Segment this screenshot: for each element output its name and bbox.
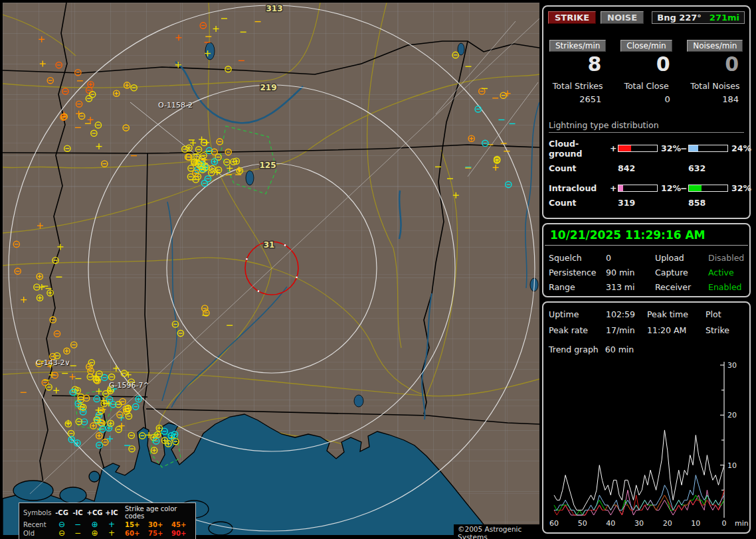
current-datetime: 10/21/2025 11:29:16 AM [545,224,748,246]
lightning-map[interactable]: 31321912531 O-1158-2C-143-2∨G-1596-7^ Sy… [3,3,539,535]
cg-positive-pct: 32% [658,143,680,153]
svg-text:20: 20 [663,519,672,528]
ic-positive-count: 319 [618,198,688,208]
strike-stats-panel: STRIKE NOISE Bng 227° 271mi Strikes/min … [542,5,751,219]
total-noises-label: Total Noises [681,81,749,91]
capture-label: Capture [655,268,708,277]
svg-text:0: 0 [722,519,727,528]
plus-sign: + [610,143,618,153]
legend-header-pos-ic: +IC [104,509,120,516]
age-30: 30+ [148,521,171,528]
cg-positive-count: 842 [618,163,688,173]
noise-mode-button[interactable]: NOISE [601,11,644,24]
age-90: 90+ [171,530,191,537]
cg-count-label: Count [549,163,618,173]
pos-cg-old-icon: ⊕ [86,530,104,537]
svg-text:min: min [735,519,749,528]
uptime-label: Uptime [549,309,606,319]
age-45: 45+ [171,521,191,528]
noises-per-min-header[interactable]: Noises/min [687,40,743,52]
peak-rate-label: Peak rate [549,325,606,335]
svg-text:20: 20 [727,411,737,420]
total-close-label: Total Close [612,81,680,91]
cg-negative-pct: 24% [728,143,751,153]
copyright-notice: ©2005 Astrogenic Systems [454,524,539,539]
trend-panel: Uptime 102:59 Peak time Plot Peak rate 1… [542,301,751,534]
upload-label: Upload [655,253,708,263]
range-label: Range [549,282,606,292]
svg-text:313: 313 [266,4,282,13]
legend-header-pos-cg: +CG [86,509,104,516]
total-strikes-label: Total Strikes [543,81,612,91]
minus-sign: − [680,143,688,153]
peak-time-label: Peak time [647,309,706,319]
age-60: 60+ [125,530,148,537]
svg-text:31: 31 [264,240,275,250]
cg-negative-bar [688,145,728,152]
trend-graph-window: 60 min [605,345,634,354]
pos-ic-old-icon: + [104,530,120,537]
age-75: 75+ [148,530,171,537]
bearing-distance: 271mi [709,13,739,23]
close-per-min-value: 0 [612,54,680,75]
map-legend: Symbols -CG -IC +CG +IC Strike age color… [19,502,196,539]
squelch-value: 0 [606,253,655,263]
svg-text:30: 30 [727,361,737,370]
cg-negative-count: 632 [688,163,744,173]
ic-negative-bar [688,185,728,192]
plot-mode-value: Strike [706,325,744,335]
pos-cg-recent-icon: ⊕ [86,521,104,528]
neg-ic-old-icon: − [70,530,86,537]
total-close-value: 0 [612,94,680,104]
uptime-value: 102:59 [606,309,647,319]
cg-positive-bar [618,145,658,152]
cloud-ground-label: Cloud-ground [549,139,610,159]
svg-text:60: 60 [549,519,559,528]
squelch-label: Squelch [549,253,606,263]
persistence-value: 90 min [606,268,655,277]
trend-graph-chart: 1020306050403020100min [546,361,749,531]
legend-header-neg-cg: -CG [54,509,70,516]
close-per-min-header[interactable]: Close/min [620,40,672,52]
receiver-status: Enabled [708,282,744,292]
receiver-label: Receiver [655,282,708,292]
persistence-label: Persistence [549,268,606,277]
ic-negative-pct: 32% [728,183,751,193]
legend-symbols-header: Symbols [23,509,54,516]
svg-text:125: 125 [259,161,276,170]
svg-text:40: 40 [606,519,615,528]
legend-header-neg-ic: -IC [70,509,86,516]
legend-age-header: Strike age color codes [125,505,191,520]
upload-status: Disabled [708,253,744,263]
age-15: 15+ [125,521,148,528]
bearing-display: Bng 227° 271mi [652,11,745,24]
svg-text:30: 30 [634,519,644,528]
svg-text:10: 10 [727,461,737,470]
peak-time-value: 11:20 AM [647,325,706,335]
legend-row-label-recent: Recent [23,521,54,528]
svg-text:50: 50 [578,519,587,528]
total-strikes-value: 2651 [543,94,612,104]
minus-sign: − [680,183,688,193]
storm-cell-label: C-143-2∨ [36,358,70,367]
bearing-label: Bng 227° [657,13,702,23]
strikes-per-min-header[interactable]: Strikes/min [549,40,606,52]
map-svg: 31321912531 [3,3,539,535]
plus-sign: + [610,183,618,193]
range-value: 313 mi [606,282,655,292]
system-status-panel: 10/21/2025 11:29:16 AM Squelch 0 Upload … [542,223,751,297]
intracloud-label: Intracloud [549,183,610,193]
ic-negative-count: 858 [688,198,744,208]
strike-mode-button[interactable]: STRIKE [548,11,596,24]
peak-rate-value: 17/min [606,325,647,335]
capture-status: Active [708,268,744,277]
total-noises-value: 184 [681,94,749,104]
distribution-title: Lightning type distribution [549,120,744,133]
svg-text:219: 219 [260,83,276,92]
trend-graph-label: Trend graph [549,345,599,354]
svg-text:10: 10 [691,519,700,528]
neg-cg-recent-icon: ⊖ [54,521,70,528]
ic-positive-bar [618,185,658,192]
ic-count-label: Count [549,198,618,208]
plot-label: Plot [706,309,744,319]
